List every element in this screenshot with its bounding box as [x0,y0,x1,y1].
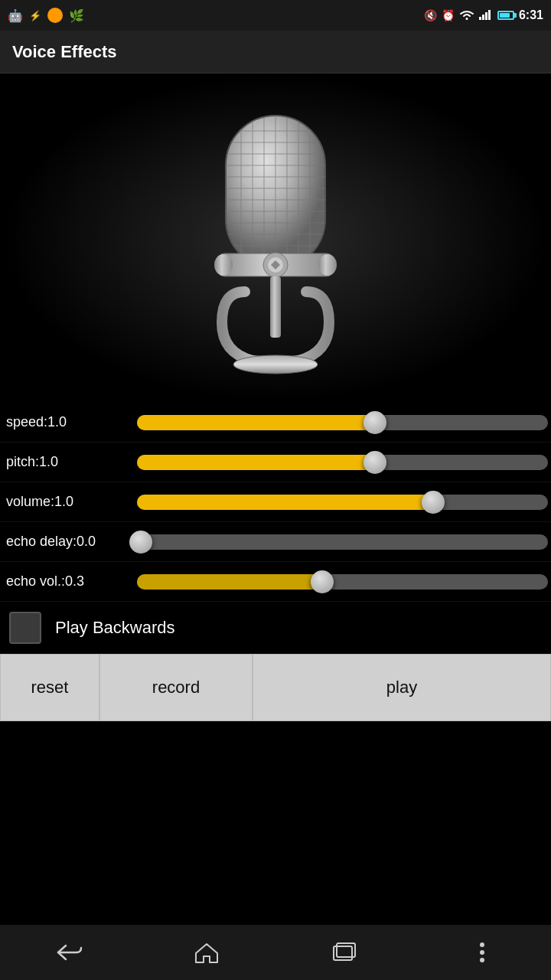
svg-point-36 [480,942,484,947]
echo-delay-label: echo delay:0.0 [3,534,137,550]
svg-point-0 [465,18,468,20]
svg-point-31 [318,254,337,276]
android-icon: 🤖 [8,8,23,23]
svg-rect-2 [482,15,484,20]
echo-delay-slider[interactable] [137,531,548,553]
wifi-icon [459,9,474,22]
echo-vol-slider[interactable] [137,571,548,593]
status-icons-right: 🔇 ⏰ 6:31 [424,8,543,22]
navigation-bar [0,925,551,980]
svg-rect-32 [270,276,281,338]
headphone-icon [47,8,63,23]
svg-point-30 [214,254,233,276]
signal-icon [479,9,493,22]
pitch-slider-row: pitch:1.0 [0,443,551,482]
nav-home-button[interactable] [184,937,230,968]
backwards-play-row: Play Backwards [0,602,551,654]
nav-back-button[interactable] [46,937,92,968]
echo-delay-slider-row: echo delay:0.0 [0,522,551,562]
leaf-icon: 🌿 [69,8,84,23]
speed-slider-row: speed:1.0 [0,403,551,443]
volume-slider[interactable] [137,492,548,513]
action-buttons-row: reset record play [0,654,551,721]
svg-point-33 [233,355,318,374]
backwards-label: Play Backwards [55,618,175,638]
microphone-image [176,93,375,384]
echo-vol-label: echo vol.:0.3 [3,573,137,590]
battery-icon [497,9,514,22]
controls-section: speed:1.0 pitch:1.0 volume:1.0 [0,403,551,721]
svg-point-37 [480,950,484,955]
main-content: speed:1.0 pitch:1.0 volume:1.0 [0,74,551,721]
play-button[interactable]: play [253,654,551,721]
usb-icon: ⚡ [29,10,41,21]
svg-rect-3 [485,12,487,20]
nav-menu-button[interactable] [459,937,505,968]
status-icons-left: 🤖 ⚡ 🌿 [8,8,84,23]
svg-rect-4 [488,10,491,20]
pitch-label: pitch:1.0 [3,454,137,470]
reset-button[interactable]: reset [0,654,99,721]
record-button[interactable]: record [99,654,253,721]
backwards-checkbox[interactable] [9,612,41,644]
app-title: Voice Effects [12,42,117,62]
volume-slider-row: volume:1.0 [0,482,551,522]
time-display: 6:31 [519,8,543,22]
echo-vol-slider-row: echo vol.:0.3 [0,562,551,602]
speed-label: speed:1.0 [3,414,137,430]
microphone-area [0,74,551,403]
nav-recents-button[interactable] [321,937,367,968]
app-bar: Voice Effects [0,31,551,74]
alarm-icon: ⏰ [442,9,455,21]
mute-icon: 🔇 [424,9,437,21]
status-bar: 🤖 ⚡ 🌿 🔇 ⏰ 6:31 [0,0,551,31]
pitch-slider[interactable] [137,452,548,473]
volume-label: volume:1.0 [3,494,137,510]
svg-rect-1 [479,17,481,20]
svg-point-38 [480,958,484,962]
speed-slider[interactable] [137,412,548,433]
